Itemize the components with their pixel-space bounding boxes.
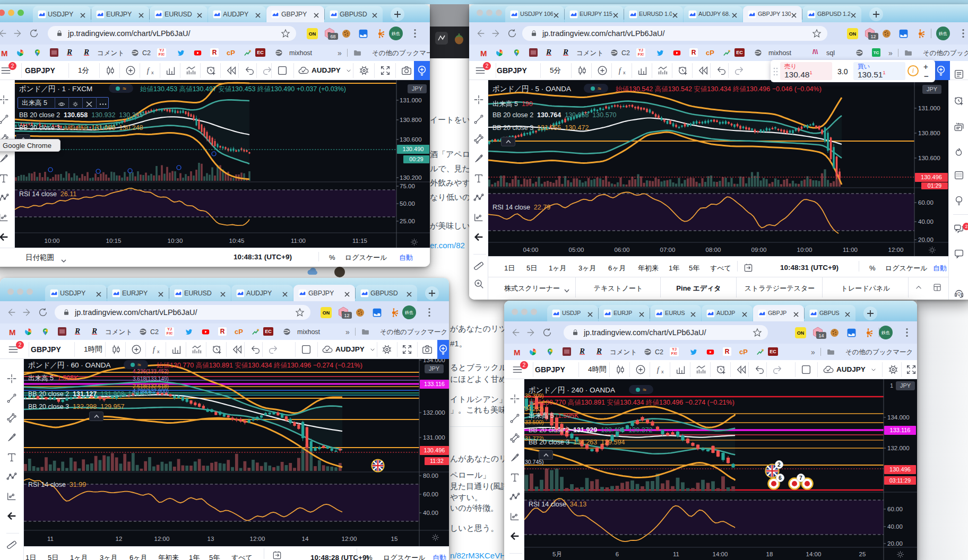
svg-text:Q: Q [957, 292, 961, 296]
svg-text:f: f [153, 345, 156, 354]
svg-text:x: x [623, 70, 626, 75]
svg-text:f: f [657, 365, 660, 374]
svg-text:x: x [151, 70, 154, 75]
svg-text:f: f [619, 66, 622, 75]
svg-text:x: x [661, 369, 664, 374]
svg-text:x: x [157, 349, 160, 354]
svg-text:f: f [147, 66, 150, 75]
